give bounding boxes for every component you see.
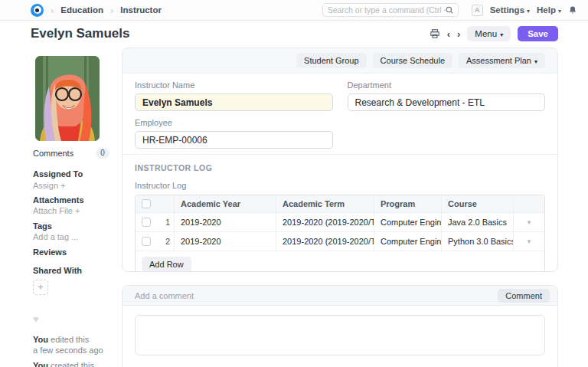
activity-created: You created this	[33, 360, 109, 367]
breadcrumb-chevron-icon	[110, 5, 113, 15]
cell-program[interactable]: Computer Engineeri...	[374, 213, 441, 231]
course-schedule-button[interactable]: Course Schedule	[373, 53, 452, 68]
form-toolbar: Student Group Course Schedule Assessment…	[122, 48, 557, 74]
instructor-name-group: Instructor Name	[135, 80, 333, 111]
portrait-image	[35, 56, 100, 141]
user-avatar[interactable]: A	[472, 5, 483, 16]
comment-input[interactable]	[135, 315, 545, 356]
add-tag-button[interactable]: Add a tag ...	[33, 232, 109, 241]
global-search[interactable]	[322, 3, 459, 17]
page-header: Evelyn Samuels ‹ › Menu Save	[0, 21, 588, 46]
app-logo-icon[interactable]	[31, 4, 44, 17]
instructor-name-field[interactable]	[135, 93, 333, 111]
row-index: 2	[157, 232, 174, 251]
comment-body: Ctrl+Enter to add comment	[122, 306, 557, 367]
employee-group: Employee	[135, 118, 333, 149]
col-academic-term: Academic Term	[276, 195, 374, 212]
bell-icon[interactable]	[568, 5, 577, 15]
table-row: 2 2019-2020 2019-2020 (2019-2020/T2) Com…	[136, 232, 544, 251]
assessment-plan-button[interactable]: Assessment Plan	[459, 53, 545, 68]
heart-icon[interactable]: ♥	[33, 313, 109, 325]
share-add-button[interactable]: +	[33, 280, 48, 295]
row-index: 1	[157, 213, 174, 231]
page-actions: ‹ › Menu Save	[430, 26, 558, 41]
student-group-button[interactable]: Student Group	[296, 53, 367, 68]
prev-record-button[interactable]: ‹	[447, 29, 450, 39]
cell-course[interactable]: Python 3.0 Basics	[441, 232, 513, 251]
employee-label: Employee	[135, 118, 333, 127]
page-title: Evelyn Samuels	[31, 26, 129, 41]
col-academic-year: Academic Year	[174, 195, 276, 212]
activity-what: edited this	[51, 335, 89, 344]
caret-down-icon	[558, 5, 561, 15]
cell-academic-term[interactable]: 2019-2020 (2019-2020/T2)	[276, 232, 374, 251]
cell-academic-year[interactable]: 2019-2020	[174, 232, 276, 251]
form-sidebar: Comments 0 Assigned To Assign + Attachme…	[0, 46, 122, 367]
assessment-plan-label: Assessment Plan	[466, 56, 531, 65]
row-checkbox[interactable]	[142, 218, 151, 227]
row-checkbox[interactable]	[142, 237, 151, 246]
row-dropdown-icon[interactable]	[528, 218, 531, 226]
attach-file-button[interactable]: Attach File +	[33, 206, 109, 215]
tags-heading: Tags	[33, 221, 109, 231]
settings-label: Settings	[490, 5, 524, 15]
breadcrumb-instructor[interactable]: Instructor	[120, 5, 162, 15]
activity-edited: You edited this a few seconds ago	[33, 334, 109, 356]
activity-what: created this	[51, 361, 94, 367]
settings-menu[interactable]: Settings	[490, 5, 530, 15]
add-row-button[interactable]: Add Row	[142, 257, 191, 272]
add-comment-label: Add a comment	[135, 291, 194, 300]
cell-course[interactable]: Java 2.0 Basics	[441, 213, 513, 231]
instructor-photo[interactable]	[35, 56, 100, 141]
save-button[interactable]: Save	[518, 26, 558, 41]
sidebar-item-comments[interactable]: Comments 0	[33, 148, 109, 159]
menu-button-label: Menu	[475, 29, 497, 38]
col-program: Program	[374, 195, 441, 212]
comments-label: Comments	[33, 149, 74, 158]
caret-down-icon	[527, 5, 530, 15]
assigned-to-heading: Assigned To	[33, 169, 109, 179]
next-record-button[interactable]: ›	[457, 29, 460, 39]
caret-down-icon	[500, 29, 503, 38]
activity-when: a few seconds ago	[33, 346, 103, 355]
form-fields: Instructor Name Department Employee	[122, 74, 557, 155]
instructor-log-table: Academic Year Academic Term Program Cour…	[135, 195, 545, 272]
table-footer: Add Row	[136, 251, 544, 272]
employee-field[interactable]	[135, 131, 333, 149]
help-label: Help	[537, 5, 556, 15]
select-all-checkbox[interactable]	[142, 199, 151, 208]
cell-academic-year[interactable]: 2019-2020	[174, 213, 276, 231]
cell-academic-term[interactable]: 2019-2020 (2019-2020/T2)	[276, 213, 374, 231]
help-menu[interactable]: Help	[537, 5, 561, 15]
empty-cell	[348, 118, 546, 149]
instructor-log-section-title: INSTRUCTOR LOG	[135, 163, 545, 172]
form-card: Student Group Course Schedule Assessment…	[122, 48, 558, 272]
activity-who: You	[33, 361, 48, 367]
menu-button[interactable]: Menu	[467, 26, 511, 41]
comment-button[interactable]: Comment	[498, 289, 550, 303]
idx-header	[157, 195, 174, 212]
row-dropdown-icon[interactable]	[528, 238, 531, 245]
search-icon	[446, 6, 453, 14]
instructor-log-section: INSTRUCTOR LOG Instructor Log Academic Y…	[122, 155, 557, 272]
department-label: Department	[348, 80, 546, 90]
cell-program[interactable]: Computer Engineeri...	[374, 232, 441, 251]
department-group: Department	[348, 80, 546, 111]
top-navbar: Education Instructor A Settings Help	[0, 0, 588, 21]
comment-header: Add a comment Comment	[122, 286, 557, 306]
instructor-name-label: Instructor Name	[135, 80, 333, 90]
app-logo-ring	[34, 6, 41, 14]
assign-button[interactable]: Assign +	[33, 181, 109, 190]
print-icon[interactable]	[430, 28, 440, 39]
table-header-row: Academic Year Academic Term Program Cour…	[136, 195, 544, 213]
search-input[interactable]	[328, 5, 446, 15]
reviews-heading: Reviews	[33, 247, 109, 257]
activity-who: You	[33, 335, 48, 344]
shared-with-heading: Shared With	[33, 266, 109, 275]
sidebar-sections: Comments 0 Assigned To Assign + Attachme…	[33, 148, 109, 367]
col-course: Course	[441, 195, 513, 212]
comment-card: Add a comment Comment Ctrl+Enter to add …	[122, 285, 558, 367]
breadcrumb-education[interactable]: Education	[60, 5, 103, 15]
department-field[interactable]	[348, 93, 546, 111]
table-row: 1 2019-2020 2019-2020 (2019-2020/T2) Com…	[136, 213, 544, 232]
